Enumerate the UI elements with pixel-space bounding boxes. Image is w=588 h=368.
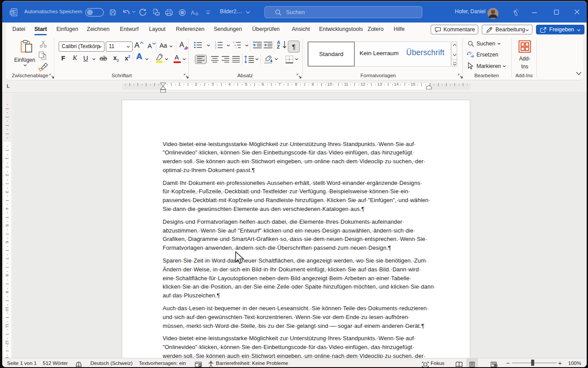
svg-text:W: W bbox=[10, 11, 14, 15]
svg-text:3: 3 bbox=[215, 46, 216, 49]
svg-text:A: A bbox=[191, 9, 195, 16]
svg-text:i: i bbox=[236, 46, 237, 49]
